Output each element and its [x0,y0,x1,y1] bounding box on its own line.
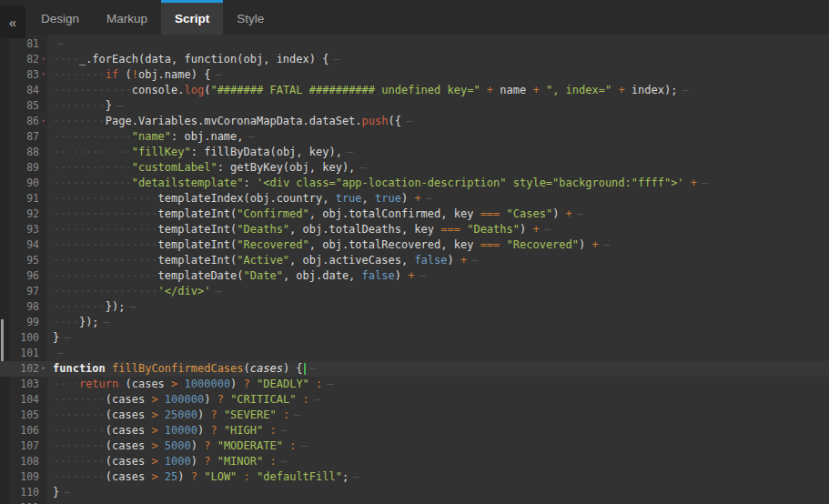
code-text: ········(cases > 5000) ? "MODERATE" :– [47,438,308,454]
code-line[interactable]: 101– [0,346,829,361]
code-text: ····_.forEach(data, function(obj, index)… [47,52,340,67]
tab-script[interactable]: Script [161,0,223,35]
code-line[interactable]: 95················templateInt("Active", … [0,253,829,268]
line-number: 81 [26,36,39,52]
code-line[interactable]: 99····});– [0,315,829,330]
code-line[interactable]: 100}– [0,330,829,346]
eol-mark: – [603,238,610,251]
eol-mark: – [129,300,136,313]
fold-toggle-icon[interactable]: ▾ [39,361,47,377]
code-text: ················'</div>'– [47,284,222,299]
code-line[interactable]: 98········});– [0,299,829,315]
code-line[interactable]: 90············"detailstemplate": '<div c… [0,176,829,191]
eol-mark: – [347,146,353,158]
eol-mark: – [64,331,70,344]
eol-mark: – [419,269,425,282]
tab-markup[interactable]: Markup [93,0,161,35]
code-text: ················templateIndex(obj.countr… [47,191,432,207]
line-number: 90 [26,176,39,191]
code-line[interactable]: 102▾function fillByConfirmedCases(cases)… [0,361,829,377]
line-number: 95 [26,253,39,268]
code-text: ········(cases > 25000) ? "SEVERE" :– [47,408,300,423]
line-number: 111 [20,500,39,504]
code-line[interactable]: 91················templateIndex(obj.coun… [0,191,829,207]
code-text: ················templateDate("Date", obj… [47,268,426,284]
eol-mark: – [471,254,478,267]
code-line[interactable]: 107········(cases > 5000) ? "MODERATE" :… [0,438,829,454]
code-text: ········(cases > 25) ? "LOW" : "defaultF… [47,469,359,485]
code-text: ············"fillKey": fillByData(obj, k… [47,145,353,160]
code-text: function fillByConfirmedCases(cases) {– [47,361,317,377]
line-number: 82 [26,52,39,67]
line-number: 110 [20,485,39,500]
line-number: 101 [20,346,39,361]
eol-mark: – [544,223,551,236]
code-text: – [47,36,64,52]
eol-mark: – [248,130,255,143]
eol-mark: – [104,316,110,328]
editor-tab-bar: Design Markup Script Style [27,0,829,35]
line-number: 93 [26,222,39,237]
code-text: ········(cases > 1000) ? "MINOR" :– [47,454,288,469]
code-line[interactable]: 83▾········if (!obj.name) {– [0,67,829,83]
eol-mark: – [314,393,320,406]
code-editor[interactable]: 81–82▾····_.forEach(data, function(obj, … [0,35,829,504]
code-line[interactable]: 108········(cases > 1000) ? "MINOR" :– [0,454,829,469]
code-line[interactable]: 82▾····_.forEach(data, function(obj, ind… [0,52,829,67]
code-line[interactable]: 111– [0,500,829,504]
code-text: ············console.log("####### FATAL #… [47,83,689,98]
code-text: – [47,346,64,361]
line-number: 109 [20,469,39,485]
line-number: 92 [26,207,39,222]
code-line[interactable]: 96················templateDate("Date", o… [0,268,829,284]
eol-mark: – [577,207,583,220]
code-line[interactable]: 109········(cases > 25) ? "LOW" : "defau… [0,469,829,485]
line-number: 98 [26,299,39,315]
code-text: }– [47,485,70,500]
code-line[interactable]: 84············console.log("####### FATAL… [0,83,829,98]
collapse-panel-button[interactable]: « [0,5,25,38]
fold-toggle-icon[interactable]: ▾ [39,52,47,67]
line-number: 97 [26,284,39,299]
code-line[interactable]: 81– [0,36,829,52]
code-line[interactable]: 105········(cases > 25000) ? "SEVERE" :– [0,408,829,423]
code-line[interactable]: 87············"name": obj.name,– [0,129,829,145]
code-line[interactable]: 92················templateInt("Confirmed… [0,207,829,222]
code-line[interactable]: 104········(cases > 100000) ? "CRITICAL"… [0,392,829,408]
eol-mark: – [57,347,64,359]
eol-mark: – [702,176,708,189]
fold-toggle-icon[interactable]: ▾ [39,67,47,83]
eol-mark: – [215,285,221,297]
tab-style[interactable]: Style [223,0,278,35]
eol-mark: – [359,161,366,174]
line-number: 85 [26,98,39,114]
editor-topbar: « Design Markup Script Style [0,0,829,35]
script-editor-window: { "topbar": { "collapse_icon": "«", "tab… [0,0,829,504]
code-line[interactable]: 106········(cases > 10000) ? "HIGH" :– [0,423,829,438]
line-number: 91 [26,191,39,207]
code-line[interactable]: 103····return (cases > 1000000) ? "DEADL… [0,377,829,392]
fold-toggle-icon[interactable]: ▾ [39,114,47,129]
code-line[interactable]: 88············"fillKey": fillByData(obj,… [0,145,829,160]
line-number: 87 [26,129,39,145]
code-line[interactable]: 94················templateInt("Recovered… [0,237,829,253]
code-text: ····});– [47,315,110,330]
code-text: }– [47,330,70,346]
code-text: ············"name": obj.name,– [47,129,255,145]
code-line[interactable]: 89············"customLabel": getByKey(ob… [0,160,829,176]
eol-mark: – [353,470,359,483]
eol-mark: – [64,486,70,499]
code-text: ········(cases > 10000) ? "HIGH" :– [47,423,288,438]
code-line[interactable]: 97················'</div>'– [0,284,829,299]
code-line[interactable]: 110}– [0,485,829,500]
code-text: ················templateInt("Deaths", ob… [47,222,551,237]
code-line[interactable]: 86▾········Page.Variables.mvCoronaMapDat… [0,114,829,129]
code-text: ············"detailstemplate": '<div cla… [47,176,708,191]
code-line[interactable]: 85········}– [0,98,829,114]
line-number: 105 [20,408,39,423]
code-text: ····return (cases > 1000000) ? "DEADLY" … [47,377,334,392]
tab-design[interactable]: Design [27,0,93,35]
eol-mark: – [327,378,333,390]
line-number: 106 [20,423,39,438]
code-line[interactable]: 93················templateInt("Deaths", … [0,222,829,237]
